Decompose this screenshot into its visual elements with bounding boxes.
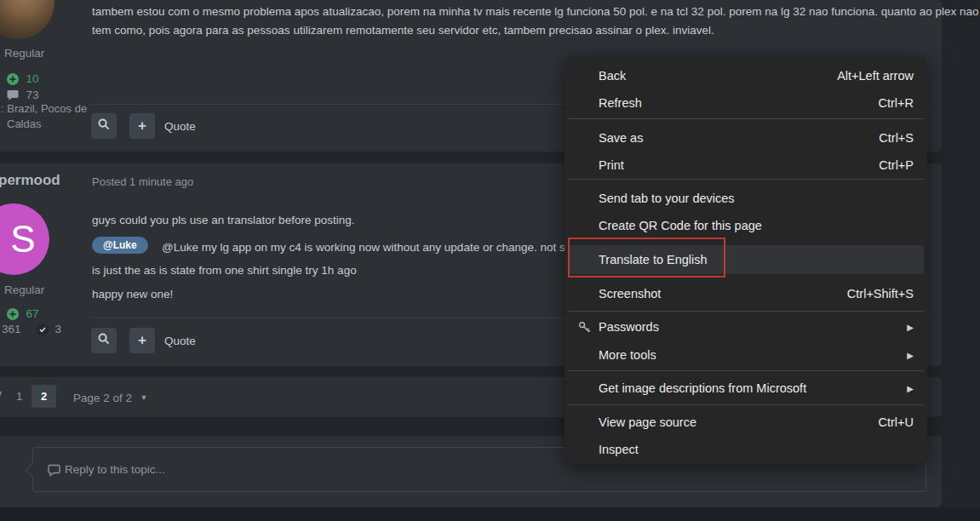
menu-item-view-page-source[interactable]: View page sourceCtrl+U — [568, 409, 924, 436]
author-name-link[interactable]: permood — [0, 172, 60, 189]
menu-item-screenshot[interactable]: ScreenshotCtrl+Shift+S — [568, 280, 924, 307]
menu-item-label: Refresh — [599, 96, 642, 110]
post-body-line: guys could you pls use an translator bef… — [92, 214, 354, 226]
location-line2: Caldas — [7, 117, 41, 130]
page-1-button[interactable]: 1 — [16, 390, 23, 403]
member-badge: Regular — [4, 283, 44, 296]
menu-item-create-qr-code-for-this-page[interactable]: Create QR Code for this page — [568, 212, 924, 239]
multiquote-button[interactable]: + — [129, 113, 155, 139]
menu-shortcut: Ctrl+Shift+S — [847, 287, 914, 301]
forum-page: Regular 10 73 : Brazil, Pocos de Caldas … — [0, 0, 980, 521]
replies-count: 73 — [26, 89, 38, 101]
multiquote-button[interactable]: + — [129, 328, 155, 353]
reputation-row: 67 — [7, 306, 38, 321]
menu-item-label: Screenshot — [599, 287, 661, 301]
menu-item-label: Create QR Code for this page — [599, 219, 762, 232]
menu-item-send-tab-to-your-devices[interactable]: Send tab to your devices — [568, 185, 924, 212]
page-footer-strip — [0, 507, 980, 521]
post-body-line: is just the as is state from one shirt s… — [92, 264, 357, 277]
speech-bubble-icon — [7, 89, 19, 101]
location-line1: : Brazil, Pocos de — [1, 102, 87, 115]
menu-item-label: Passwords — [599, 320, 659, 334]
reputation-count: 10 — [26, 72, 38, 85]
menu-divider — [568, 311, 924, 312]
menu-item-inspect[interactable]: Inspect — [568, 436, 924, 463]
reputation-count: 67 — [26, 307, 38, 320]
search-post-button[interactable] — [91, 328, 117, 353]
menu-item-print[interactable]: PrintCtrl+P — [568, 152, 924, 179]
check-circle-icon — [37, 323, 49, 335]
plus-circle-icon — [7, 73, 19, 85]
quote-link[interactable]: Quote — [164, 335, 196, 347]
replies-row: 73 — [7, 87, 38, 102]
avatar-letter[interactable]: S — [0, 203, 49, 275]
page-of-label: Page 2 of 2 — [73, 392, 132, 404]
page-jump-dropdown[interactable]: Page 2 of 2 ▼ — [73, 390, 147, 405]
post-body-line: @Luke my lg app on my c4 is working now … — [162, 241, 619, 254]
menu-item-label: More tools — [599, 348, 656, 362]
chevron-down-icon: ▼ — [140, 393, 148, 402]
solved-count: 3 — [54, 323, 61, 335]
avatar-initial: S — [10, 218, 35, 260]
post-body-line: happy new one! — [92, 288, 173, 301]
post-body-line: tem como, pois agora para as pessoas uti… — [92, 24, 714, 37]
submenu-arrow-icon: ▶ — [907, 351, 914, 360]
menu-item-label: Save as — [599, 131, 643, 145]
posts-solved-row: 361 3 — [2, 321, 61, 336]
menu-item-label: Inspect — [599, 443, 639, 456]
magnifier-icon — [98, 333, 110, 348]
posted-timestamp: Posted 1 minute ago — [92, 175, 193, 188]
posts-count: 361 — [2, 323, 21, 335]
page-2-button-current[interactable]: 2 — [32, 385, 56, 408]
menu-shortcut: Ctrl+P — [879, 158, 914, 172]
reputation-row: 10 — [7, 71, 38, 86]
magnifier-icon — [98, 118, 110, 134]
menu-item-save-as[interactable]: Save asCtrl+S — [568, 124, 924, 152]
menu-item-get-image-descriptions-from-microsoft[interactable]: Get image descriptions from Microsoft▶ — [568, 375, 924, 402]
prev-page-button[interactable]: PREV — [0, 390, 2, 402]
avatar-photo[interactable] — [0, 0, 54, 39]
menu-divider — [568, 370, 924, 371]
menu-shortcut: Ctrl+U — [879, 415, 914, 429]
mention-pill[interactable]: @Luke — [92, 237, 148, 254]
annotation-highlight-box — [568, 238, 725, 278]
plus-icon: + — [138, 332, 146, 349]
menu-divider — [568, 404, 924, 405]
menu-item-label: Send tab to your devices — [599, 192, 735, 205]
key-icon — [578, 321, 591, 334]
quote-link[interactable]: Quote — [164, 120, 196, 133]
menu-item-label: Print — [599, 158, 624, 172]
menu-shortcut: Alt+Left arrow — [837, 69, 914, 83]
reply-placeholder: Reply to this topic... — [65, 463, 165, 476]
menu-shortcut: Ctrl+S — [879, 131, 914, 145]
plus-circle-icon — [7, 308, 19, 320]
reply-bubble-tail — [26, 463, 40, 478]
menu-item-refresh[interactable]: RefreshCtrl+R — [568, 89, 924, 117]
menu-divider — [568, 179, 924, 180]
menu-item-more-tools[interactable]: More tools▶ — [568, 341, 924, 369]
menu-item-label: View page source — [599, 415, 696, 429]
menu-item-passwords[interactable]: Passwords▶ — [568, 313, 924, 341]
search-post-button[interactable] — [91, 113, 117, 139]
menu-item-label: Back — [599, 69, 626, 83]
plus-icon: + — [138, 117, 146, 135]
menu-shortcut: Ctrl+R — [879, 96, 914, 110]
menu-item-back[interactable]: BackAlt+Left arrow — [568, 62, 924, 89]
menu-divider — [568, 118, 924, 119]
submenu-arrow-icon: ▶ — [907, 323, 914, 332]
menu-item-label: Get image descriptions from Microsoft — [599, 381, 806, 395]
reply-bubble-icon — [48, 464, 60, 477]
post-body-line: tambem estou com o mesmo problema apos a… — [92, 5, 979, 18]
member-badge: Regular — [4, 47, 44, 60]
submenu-arrow-icon: ▶ — [907, 384, 914, 393]
